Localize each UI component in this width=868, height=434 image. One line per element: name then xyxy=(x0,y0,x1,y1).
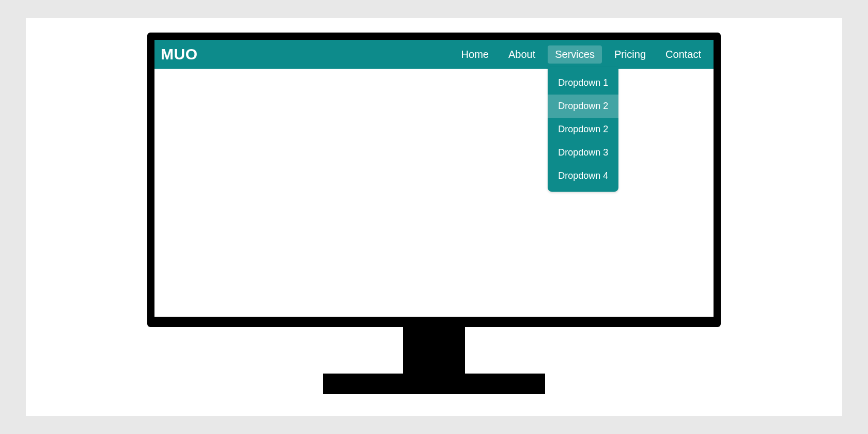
screen: MUO HomeAboutServicesDropdown 1Dropdown … xyxy=(147,33,721,327)
dropdown-item[interactable]: Dropdown 2 xyxy=(548,118,618,141)
monitor: MUO HomeAboutServicesDropdown 1Dropdown … xyxy=(147,33,721,394)
dropdown-services: Dropdown 1Dropdown 2Dropdown 2Dropdown 3… xyxy=(548,67,618,192)
nav-item-pricing: Pricing xyxy=(607,45,653,64)
monitor-stand-neck xyxy=(403,327,465,374)
nav-link-about[interactable]: About xyxy=(501,45,542,64)
monitor-stand-base xyxy=(323,374,545,394)
navbar: MUO HomeAboutServicesDropdown 1Dropdown … xyxy=(154,40,714,69)
page-content xyxy=(154,69,714,317)
nav-link-contact[interactable]: Contact xyxy=(658,45,708,64)
nav-item-home: Home xyxy=(454,45,496,64)
dropdown-item[interactable]: Dropdown 2 xyxy=(548,95,618,118)
dropdown-item[interactable]: Dropdown 4 xyxy=(548,164,618,188)
nav-link-home[interactable]: Home xyxy=(454,45,496,64)
site-logo[interactable]: MUO xyxy=(161,45,198,63)
nav-link-pricing[interactable]: Pricing xyxy=(607,45,653,64)
nav-item-services: ServicesDropdown 1Dropdown 2Dropdown 2Dr… xyxy=(548,45,602,64)
dropdown-item[interactable]: Dropdown 3 xyxy=(548,141,618,164)
nav-item-about: About xyxy=(501,45,542,64)
canvas: MUO HomeAboutServicesDropdown 1Dropdown … xyxy=(26,18,842,416)
nav-list: HomeAboutServicesDropdown 1Dropdown 2Dro… xyxy=(454,45,708,64)
dropdown-item[interactable]: Dropdown 1 xyxy=(548,71,618,95)
nav-item-contact: Contact xyxy=(658,45,708,64)
nav-link-services[interactable]: Services xyxy=(548,45,602,64)
